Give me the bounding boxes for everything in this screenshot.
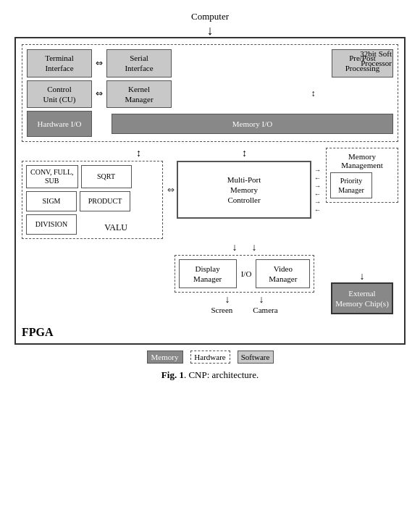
terminal-interface-block: TerminalInterface [27, 49, 92, 77]
diagram-container: Computer ↓ 32bit SoftProcessor TerminalI… [14, 11, 406, 381]
computer-arrow-down: ↓ [207, 24, 214, 37]
double-arrows: →←→←→← [314, 161, 322, 219]
control-unit-block: ControlUnit (CU) [27, 80, 92, 109]
arrow-ti-si: ⇔ [96, 49, 103, 77]
arrow-camera: ↓ [259, 294, 264, 306]
screen-label: Screen [211, 306, 232, 314]
legend-software: Software [238, 351, 274, 364]
soft-processor-label: 32bit SoftProcessor [360, 49, 392, 68]
caption-bold: Fig. 1 [161, 369, 184, 380]
fpga-box: 32bit SoftProcessor TerminalInterface ⇔ … [14, 37, 406, 345]
camera-label: Camera [253, 306, 277, 314]
division-block: DIVISION [26, 214, 77, 235]
memory-io-block: Memory I/O [112, 114, 393, 134]
memory-management-label: MemoryManagement [330, 152, 394, 169]
legend: Memory Hardware Software [14, 351, 406, 364]
fig-caption: Fig. 1. CNP: architecture. [14, 369, 406, 381]
arrow-to-mpmc: ↕ [242, 148, 247, 159]
display-video-box: DisplayManager I/O VideoManager [175, 255, 315, 293]
soft-processor-box: 32bit SoftProcessor TerminalInterface ⇔ … [22, 44, 398, 142]
priority-manager-block: PriorityManager [330, 172, 372, 198]
conv-full-sub-block: CONV, FULL,SUB [26, 165, 78, 188]
product-block: PRODUCT [80, 191, 130, 211]
legend-hardware: Hardware [190, 351, 230, 364]
memory-management-box: MemoryManagement PriorityManager [326, 148, 398, 203]
video-manager-block: VideoManager [256, 259, 310, 288]
caption-text: . CNP: architecture. [184, 369, 259, 380]
arrow-valu-mpmc: ⇔ [167, 161, 175, 219]
hardware-io-block: Hardware I/O [27, 111, 92, 137]
arrow-up-to-mpmc: ↕ [136, 148, 141, 159]
fpga-label: FPGA [22, 326, 54, 339]
computer-label: Computer [191, 11, 229, 22]
arrow-ext-mem: ↓ [360, 271, 365, 282]
sigm-block: SIGM [26, 191, 77, 211]
mpmc-block: Multi-PortMemoryController [177, 161, 311, 219]
io-label: I/O [240, 269, 253, 278]
arrow-km-pp: ↕ [233, 80, 393, 109]
valu-label: VALU [104, 222, 127, 233]
legend-memory-box: Memory [147, 351, 183, 364]
display-manager-block: DisplayManager [179, 259, 237, 288]
valu-box: CONV, FULL,SUB SQRT SIGM PRODUCT DIVISIO… [22, 161, 163, 239]
legend-memory: Memory [147, 351, 183, 364]
legend-software-box: Software [238, 351, 274, 364]
arrow-screen: ↓ [225, 294, 230, 306]
serial-interface-block: SerialInterface [106, 49, 172, 77]
arrow-mpmc-video: ↓ [252, 242, 257, 253]
arrow-cu-km: ⇔ [96, 80, 103, 109]
arrow-mpmc-display: ↓ [232, 242, 238, 253]
external-memory-block: ExternalMemory Chip(s) [331, 282, 393, 315]
sqrt-block: SQRT [81, 165, 132, 188]
kernel-manager-block: KernelManager [106, 80, 172, 109]
legend-hardware-box: Hardware [190, 351, 230, 364]
